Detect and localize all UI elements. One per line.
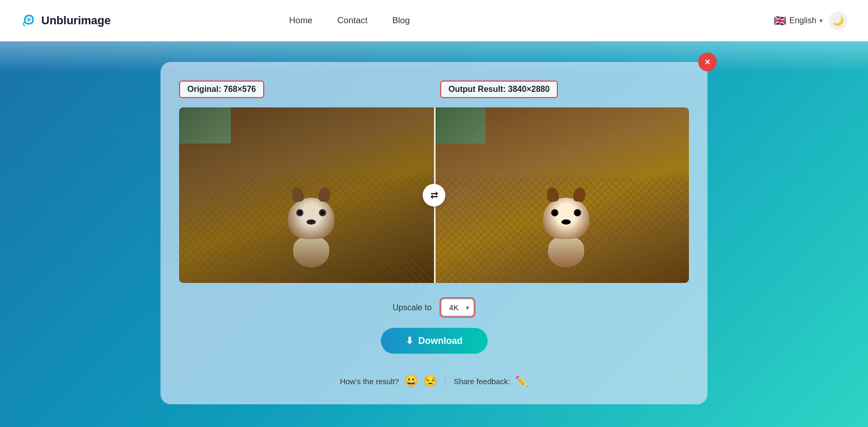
nav-contact[interactable]: Contact bbox=[337, 15, 368, 26]
controls-row: Upscale to 2K 4K 8K ▾ bbox=[179, 297, 689, 318]
dog-figure-left bbox=[288, 198, 334, 267]
image-comparison: ⇄ bbox=[179, 107, 689, 283]
chevron-down-icon: ▾ bbox=[819, 17, 823, 24]
moon-icon: 🌙 bbox=[832, 15, 844, 26]
flag-icon: 🇬🇧 bbox=[774, 14, 786, 27]
header: Unblurimage Home Contact Blog 🇬🇧 English… bbox=[0, 0, 868, 41]
logo-text: Unblurimage bbox=[41, 14, 110, 27]
output-label: Output Result: 3840×2880 bbox=[440, 81, 558, 98]
download-button-wrapper: ⬇ Download bbox=[179, 328, 689, 364]
labels-row: Original: 768×576 Output Result: 3840×28… bbox=[179, 81, 689, 102]
swap-icon: ⇄ bbox=[430, 189, 438, 201]
upscale-label: Upscale to bbox=[393, 303, 432, 312]
comparison-container: ⇄ bbox=[179, 107, 689, 283]
download-button[interactable]: ⬇ Download bbox=[381, 328, 488, 354]
corner-decor-right bbox=[434, 107, 486, 144]
nav-home[interactable]: Home bbox=[289, 15, 312, 26]
share-feedback-icon[interactable]: ✏️ bbox=[515, 375, 528, 387]
close-button[interactable]: × bbox=[698, 53, 717, 71]
language-selector[interactable]: 🇬🇧 English ▾ bbox=[774, 14, 823, 27]
output-label-wrapper: Output Result: 3840×2880 bbox=[440, 81, 689, 102]
result-image bbox=[434, 107, 689, 283]
download-icon: ⬇ bbox=[406, 335, 413, 346]
share-feedback-label: Share feedback: bbox=[454, 377, 510, 386]
original-image bbox=[179, 107, 434, 283]
original-label-wrapper: Original: 768×576 bbox=[179, 81, 428, 102]
result-card: × Original: 768×576 Output Result: 3840×… bbox=[160, 62, 708, 404]
header-right: 🇬🇧 English ▾ 🌙 bbox=[774, 11, 847, 30]
swap-button[interactable]: ⇄ bbox=[423, 184, 445, 207]
language-label: English bbox=[790, 16, 816, 25]
svg-point-0 bbox=[27, 18, 31, 22]
feedback-row: How's the result? 😀 😒 | Share feedback: … bbox=[179, 374, 689, 388]
corner-decor-left bbox=[179, 107, 231, 144]
dog-figure-right bbox=[543, 198, 589, 267]
download-label: Download bbox=[419, 336, 463, 346]
feedback-question: How's the result? bbox=[340, 377, 399, 386]
main-nav: Home Contact Blog bbox=[289, 15, 410, 26]
select-wrapper: 2K 4K 8K ▾ bbox=[442, 299, 473, 315]
meh-emoji[interactable]: 😒 bbox=[423, 374, 437, 388]
original-label: Original: 768×576 bbox=[179, 81, 264, 98]
main-content: × Original: 768×576 Output Result: 3840×… bbox=[0, 41, 868, 425]
nav-blog[interactable]: Blog bbox=[392, 15, 410, 26]
feedback-divider: | bbox=[444, 377, 446, 386]
upscale-select[interactable]: 2K 4K 8K bbox=[442, 299, 473, 315]
logo-icon bbox=[21, 12, 37, 29]
logo-area: Unblurimage bbox=[21, 12, 110, 29]
close-icon: × bbox=[705, 57, 711, 68]
happy-emoji[interactable]: 😀 bbox=[404, 374, 418, 388]
dark-mode-button[interactable]: 🌙 bbox=[829, 11, 847, 30]
upscale-select-wrapper: 2K 4K 8K ▾ bbox=[440, 297, 475, 318]
